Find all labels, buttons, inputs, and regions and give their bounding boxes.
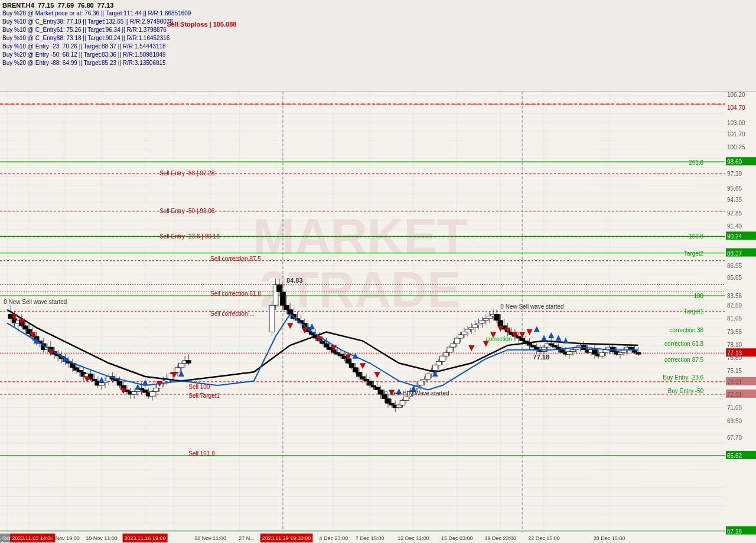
chart-container: Buy %20 @ Market price or at: 76.36 || T… xyxy=(0,0,756,543)
chart-canvas xyxy=(0,0,756,543)
